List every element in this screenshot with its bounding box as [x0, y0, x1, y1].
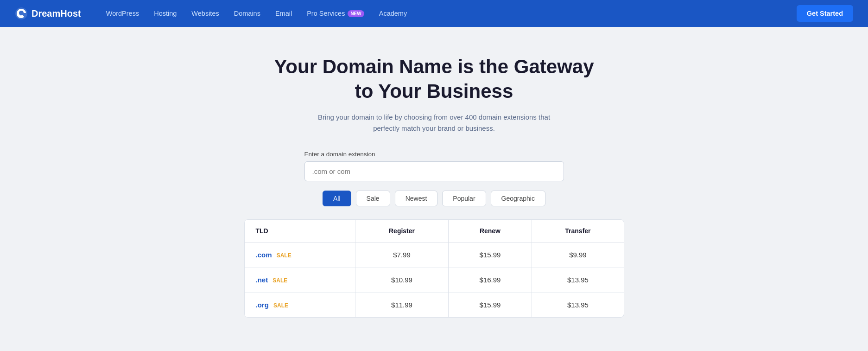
search-section: Enter a domain extension: [304, 151, 564, 181]
navbar: DreamHost WordPress Hosting Websites Dom…: [0, 0, 868, 27]
get-started-button[interactable]: Get Started: [797, 5, 853, 22]
filter-tab-geographic[interactable]: Geographic: [491, 191, 545, 206]
col-header-renew: Renew: [448, 220, 532, 243]
logo[interactable]: DreamHost: [15, 7, 81, 20]
filter-tab-sale[interactable]: Sale: [356, 191, 390, 206]
renew-price-org: $15.99: [448, 293, 532, 318]
nav-item-domains[interactable]: Domains: [228, 6, 267, 21]
transfer-price-com: $9.99: [532, 243, 624, 268]
dreamhost-logo-icon: [15, 7, 28, 20]
filter-tabs: All Sale Newest Popular Geographic: [323, 191, 545, 206]
register-price-org: $11.99: [355, 293, 448, 318]
tld-table-container: TLD Register Renew Transfer .com SALE $7…: [244, 219, 624, 318]
domain-extension-input[interactable]: [304, 161, 564, 181]
nav-links: WordPress Hosting Websites Domains Email…: [100, 6, 797, 21]
renew-price-net: $16.99: [448, 268, 532, 293]
tld-cell-org: .org SALE: [245, 293, 355, 318]
nav-item-hosting[interactable]: Hosting: [147, 6, 183, 21]
nav-pro-services-badge: New: [348, 10, 364, 17]
sale-badge-net: SALE: [272, 277, 287, 284]
filter-tab-all[interactable]: All: [323, 191, 351, 206]
search-label: Enter a domain extension: [304, 151, 564, 158]
table-body: .com SALE $7.99 $15.99 $9.99 .net SALE $…: [245, 243, 624, 318]
nav-academy-label: Academy: [379, 10, 407, 17]
hero-title: Your Domain Name is the Gatewayto Your B…: [274, 55, 594, 103]
col-header-tld: TLD: [245, 220, 355, 243]
nav-wordpress-label: WordPress: [106, 10, 139, 17]
nav-item-email[interactable]: Email: [269, 6, 298, 21]
register-price-com: $7.99: [355, 243, 448, 268]
register-price-net: $10.99: [355, 268, 448, 293]
tld-link-com[interactable]: .com: [256, 251, 272, 259]
table-row: .org SALE $11.99 $15.99 $13.95: [245, 293, 624, 318]
hero-subtitle: Bring your domain to life by choosing fr…: [304, 112, 564, 134]
table-row: .net SALE $10.99 $16.99 $13.95: [245, 268, 624, 293]
nav-pro-services-label: Pro Services: [307, 10, 345, 17]
transfer-price-org: $13.95: [532, 293, 624, 318]
nav-item-academy[interactable]: Academy: [373, 6, 413, 21]
transfer-price-net: $13.95: [532, 268, 624, 293]
tld-table: TLD Register Renew Transfer .com SALE $7…: [245, 220, 624, 317]
filter-tab-newest[interactable]: Newest: [395, 191, 438, 206]
sale-badge-com: SALE: [277, 252, 291, 259]
table-header-row: TLD Register Renew Transfer: [245, 220, 624, 243]
tld-cell-net: .net SALE: [245, 268, 355, 293]
main-content: Your Domain Name is the Gatewayto Your B…: [0, 27, 868, 336]
tld-link-org[interactable]: .org: [256, 301, 269, 309]
sale-badge-org: SALE: [273, 302, 288, 309]
nav-domains-label: Domains: [234, 10, 260, 17]
nav-email-label: Email: [275, 10, 292, 17]
filter-tab-popular[interactable]: Popular: [442, 191, 486, 206]
nav-item-pro-services[interactable]: Pro Services New: [300, 6, 371, 21]
tld-link-net[interactable]: .net: [256, 276, 268, 284]
nav-item-websites[interactable]: Websites: [185, 6, 225, 21]
nav-item-wordpress[interactable]: WordPress: [100, 6, 146, 21]
col-header-register: Register: [355, 220, 448, 243]
renew-price-com: $15.99: [448, 243, 532, 268]
nav-websites-label: Websites: [191, 10, 219, 17]
nav-hosting-label: Hosting: [154, 10, 177, 17]
col-header-transfer: Transfer: [532, 220, 624, 243]
table-row: .com SALE $7.99 $15.99 $9.99: [245, 243, 624, 268]
logo-text: DreamHost: [32, 8, 81, 19]
tld-cell-com: .com SALE: [245, 243, 355, 268]
